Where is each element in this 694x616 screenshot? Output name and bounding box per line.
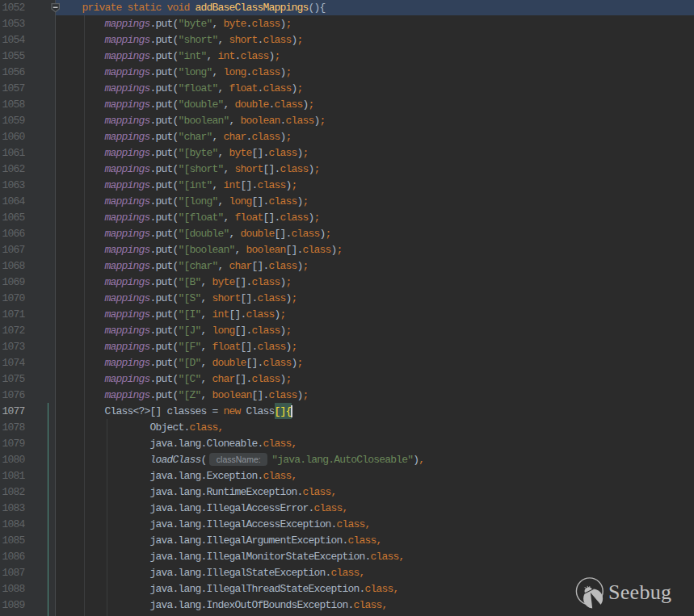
svg-text:Seebug: Seebug <box>608 580 671 604</box>
